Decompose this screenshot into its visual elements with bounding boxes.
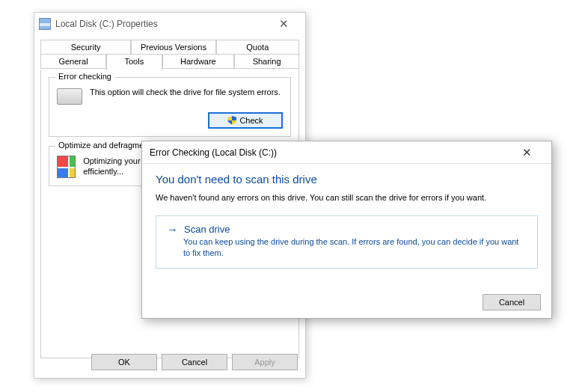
error-checking-group: Error checking This option will check th… <box>49 77 291 137</box>
tab-hardware[interactable]: Hardware <box>162 54 235 69</box>
ok-button[interactable]: OK <box>91 354 157 370</box>
scan-drive-desc: You can keep using the drive during the … <box>183 236 527 259</box>
drive-icon <box>39 18 51 30</box>
arrow-right-icon: → <box>167 224 178 235</box>
defrag-icon <box>57 156 76 178</box>
tab-tools[interactable]: Tools <box>106 54 162 70</box>
error-checking-text: This option will check the drive for fil… <box>90 87 281 97</box>
check-button-label: Check <box>239 116 263 125</box>
properties-title: Local Disk (C:) Properties <box>55 19 267 29</box>
error-dialog-titlebar[interactable]: Error Checking (Local Disk (C:)) ✕ <box>142 141 551 164</box>
check-button[interactable]: Check <box>208 112 283 129</box>
tab-general[interactable]: General <box>40 54 106 69</box>
scan-drive-option[interactable]: → Scan drive You can keep using the driv… <box>156 215 538 269</box>
error-dialog-body: You don't need to scan this drive We hav… <box>142 164 551 269</box>
error-dialog-subtext: We haven't found any errors on this driv… <box>156 193 538 202</box>
cancel-button-properties[interactable]: Cancel <box>162 354 227 370</box>
apply-button[interactable]: Apply <box>232 354 298 370</box>
error-dialog-cancel-button[interactable]: Cancel <box>483 294 541 310</box>
properties-close-button[interactable]: ✕ <box>267 13 301 34</box>
shield-icon <box>227 116 236 125</box>
scan-drive-title: Scan drive <box>184 224 230 235</box>
error-checking-dialog: Error Checking (Local Disk (C:)) ✕ You d… <box>141 141 552 319</box>
properties-tabs: Security Previous Versions Quota General… <box>40 40 299 70</box>
error-dialog-title: Error Checking (Local Disk (C:)) <box>150 147 510 158</box>
tab-sharing[interactable]: Sharing <box>234 54 299 69</box>
tab-security[interactable]: Security <box>40 40 131 55</box>
error-dialog-close-button[interactable]: ✕ <box>510 142 544 163</box>
properties-footer: OK Cancel Apply <box>91 354 298 370</box>
error-checking-legend: Error checking <box>55 72 114 81</box>
tab-quota[interactable]: Quota <box>216 40 299 55</box>
tab-previous-versions[interactable]: Previous Versions <box>131 40 215 55</box>
disk-icon <box>57 88 82 105</box>
error-dialog-headline: You don't need to scan this drive <box>156 173 538 186</box>
properties-titlebar[interactable]: Local Disk (C:) Properties ✕ <box>34 13 305 35</box>
